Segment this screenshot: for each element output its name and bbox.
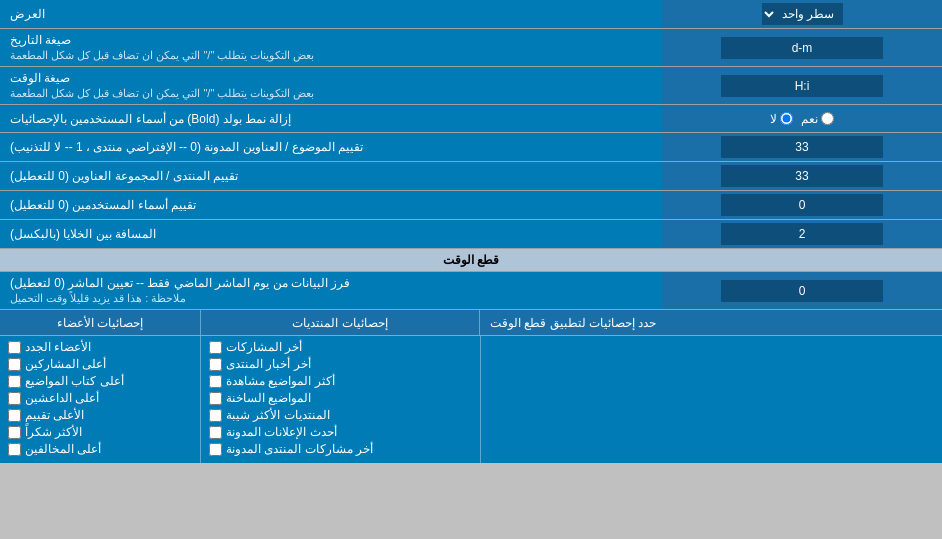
bold-remove-input-cell: نعم لا: [662, 105, 942, 132]
cutoff-input-cell: [662, 272, 942, 309]
stats-mid-check-1[interactable]: [209, 358, 222, 371]
usernames-order-row: تقييم أسماء المستخدمين (0 للتعطيل): [0, 191, 942, 220]
topic-order-input-cell: [662, 133, 942, 161]
date-format-label-cell: صيغة التاريخ بعض التكوينات يتطلب "/" الت…: [0, 29, 662, 66]
gap-between-input[interactable]: [721, 223, 883, 245]
bold-remove-row: نعم لا إزالة نمط بولد (Bold) من أسماء ال…: [0, 105, 942, 133]
bold-remove-label: إزالة نمط بولد (Bold) من أسماء المستخدمي…: [0, 105, 662, 132]
stats-section: حدد إحصائيات لتطبيق قطع الوقت إحصائيات ا…: [0, 310, 942, 463]
stats-mid-item-2[interactable]: أكثر المواضيع مشاهدة: [209, 374, 472, 388]
stats-mid-check-4[interactable]: [209, 409, 222, 422]
stats-left-item-4[interactable]: الأعلى تقييم: [8, 408, 192, 422]
stats-left-pane: الأعضاء الجدد أعلى المشاركين أعلى كتاب ا…: [0, 336, 200, 463]
stats-left-item-2[interactable]: أعلى كتاب المواضيع: [8, 374, 192, 388]
stats-header-mid: إحصائيات المنتديات: [200, 310, 480, 335]
stats-mid-item-1[interactable]: أخر أخبار المنتدى: [209, 357, 472, 371]
stats-left-item-0[interactable]: الأعضاء الجدد: [8, 340, 192, 354]
stats-left-check-2[interactable]: [8, 375, 21, 388]
stats-left-check-3[interactable]: [8, 392, 21, 405]
stats-mid-check-0[interactable]: [209, 341, 222, 354]
usernames-order-label: تقييم أسماء المستخدمين (0 للتعطيل): [0, 191, 662, 219]
stats-left-check-0[interactable]: [8, 341, 21, 354]
usernames-order-input-cell: [662, 191, 942, 219]
stats-header-row: حدد إحصائيات لتطبيق قطع الوقت إحصائيات ا…: [0, 310, 942, 336]
display-mode-select[interactable]: سطر واحد سطرين ثلاثة أسطر: [762, 3, 843, 25]
time-format-input[interactable]: [721, 75, 883, 97]
date-format-input-cell: [662, 29, 942, 66]
stats-mid-item-4[interactable]: المنتديات الأكثر شيبة: [209, 408, 472, 422]
stats-mid-check-6[interactable]: [209, 443, 222, 456]
stats-left-item-6[interactable]: أعلى المخالفين: [8, 442, 192, 456]
stats-left-check-6[interactable]: [8, 443, 21, 456]
stats-left-item-3[interactable]: أعلى الداعشين: [8, 391, 192, 405]
display-mode-input-cell: سطر واحد سطرين ثلاثة أسطر: [662, 0, 942, 28]
topic-order-input[interactable]: [721, 136, 883, 158]
stats-header-right: حدد إحصائيات لتطبيق قطع الوقت: [480, 310, 942, 335]
date-format-input[interactable]: [721, 37, 883, 59]
stats-mid-check-5[interactable]: [209, 426, 222, 439]
stats-left-check-5[interactable]: [8, 426, 21, 439]
stats-body: أخر المشاركات أخر أخبار المنتدى أكثر الم…: [0, 336, 942, 463]
topic-order-row: تقييم الموضوع / العناوين المدونة (0 -- ا…: [0, 133, 942, 162]
date-format-row: صيغة التاريخ بعض التكوينات يتطلب "/" الت…: [0, 29, 942, 67]
gap-between-label: المسافة بين الخلايا (بالبكسل): [0, 220, 662, 248]
cutoff-row: فرز البيانات من يوم الماشر الماضي فقط --…: [0, 272, 942, 310]
time-format-label-cell: صيغة الوقت بعض التكوينات يتطلب "/" التي …: [0, 67, 662, 104]
forum-order-input[interactable]: [721, 165, 883, 187]
bold-yes-label[interactable]: نعم: [801, 112, 834, 126]
time-format-input-cell: [662, 67, 942, 104]
stats-left-check-1[interactable]: [8, 358, 21, 371]
topic-order-label: تقييم الموضوع / العناوين المدونة (0 -- ا…: [0, 133, 662, 161]
forum-order-input-cell: [662, 162, 942, 190]
display-mode-label: العرض: [0, 0, 662, 28]
bold-no-radio[interactable]: [780, 112, 793, 125]
stats-mid-item-6[interactable]: أخر مشاركات المنتدى المدونة: [209, 442, 472, 456]
gap-between-input-cell: [662, 220, 942, 248]
display-mode-row: سطر واحد سطرين ثلاثة أسطر العرض: [0, 0, 942, 29]
stats-right-pane: [480, 336, 942, 463]
main-container: سطر واحد سطرين ثلاثة أسطر العرض صيغة الت…: [0, 0, 942, 463]
stats-mid-check-3[interactable]: [209, 392, 222, 405]
forum-order-label: تقييم المنتدى / المجموعة العناوين (0 للت…: [0, 162, 662, 190]
cutoff-label-cell: فرز البيانات من يوم الماشر الماضي فقط --…: [0, 272, 662, 309]
cutoff-input[interactable]: [721, 280, 883, 302]
gap-between-row: المسافة بين الخلايا (بالبكسل): [0, 220, 942, 249]
stats-mid-item-3[interactable]: المواضيع الساخنة: [209, 391, 472, 405]
usernames-order-input[interactable]: [721, 194, 883, 216]
stats-left-check-4[interactable]: [8, 409, 21, 422]
forum-order-row: تقييم المنتدى / المجموعة العناوين (0 للت…: [0, 162, 942, 191]
cutoff-section-header: قطع الوقت: [0, 249, 942, 272]
bold-yes-radio[interactable]: [821, 112, 834, 125]
stats-left-item-5[interactable]: الأكثر شكراً: [8, 425, 192, 439]
stats-mid-item-5[interactable]: أحدث الإعلانات المدونة: [209, 425, 472, 439]
stats-header-left: إحصائيات الأعضاء: [0, 310, 200, 335]
stats-mid-check-2[interactable]: [209, 375, 222, 388]
bold-no-label[interactable]: لا: [770, 112, 793, 126]
time-format-row: صيغة الوقت بعض التكوينات يتطلب "/" التي …: [0, 67, 942, 105]
stats-mid-item-0[interactable]: أخر المشاركات: [209, 340, 472, 354]
stats-left-item-1[interactable]: أعلى المشاركين: [8, 357, 192, 371]
bold-radio-group: نعم لا: [770, 112, 834, 126]
stats-mid-pane: أخر المشاركات أخر أخبار المنتدى أكثر الم…: [200, 336, 480, 463]
